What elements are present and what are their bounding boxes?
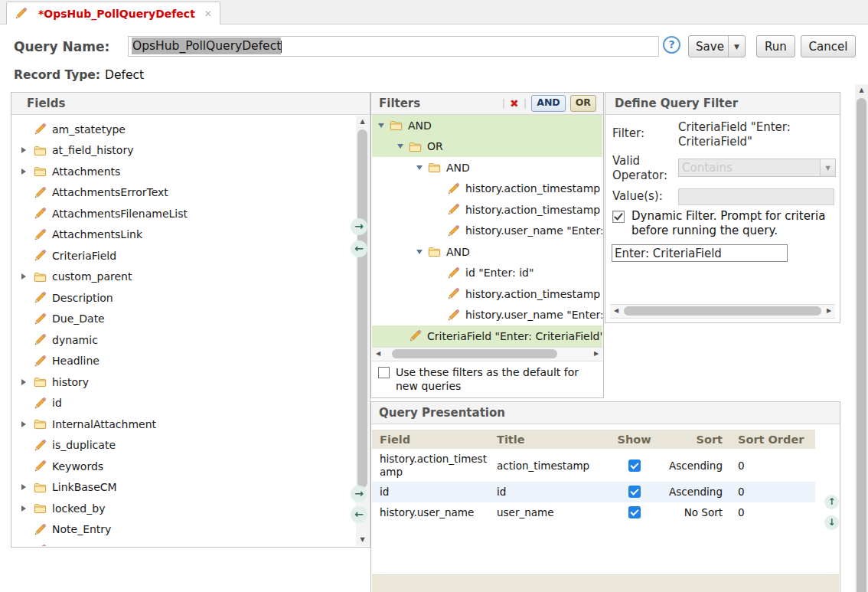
filter-group-node[interactable]: AND [372,115,602,136]
filter-group-node[interactable]: OR [372,136,602,158]
field-item[interactable]: Due_Date [12,309,369,330]
help-icon[interactable]: ? [663,36,680,54]
field-item[interactable]: am_statetype [12,119,369,140]
field-item[interactable]: AttachmentsErrorText [12,182,369,204]
expand-collapsed-icon[interactable] [21,484,34,490]
remove-from-presentation-arrow-button[interactable]: ← [351,506,367,523]
presentation-table-row[interactable]: history.user_nameuser_nameNo Sort0 [372,502,815,523]
presentation-table-row[interactable]: ididAscending0 [372,482,815,502]
define-horizontal-scrollbar[interactable]: ◀ ▶ [610,304,835,319]
default-filters-checkbox[interactable] [378,367,390,378]
fields-scrollbar[interactable]: ▲ ▼ [356,116,369,546]
expand-collapsed-icon[interactable] [21,421,34,427]
expand-collapsed-icon[interactable] [21,168,34,175]
pencil-icon [34,544,47,546]
field-item[interactable]: dynamic [12,329,369,351]
save-button[interactable]: Save ▼ [688,35,746,57]
field-item-label: AttachmentsFilenameList [52,208,188,220]
filters-panel-header: Filters | ✖ | AND OR [371,93,603,115]
field-item[interactable]: at_field_history [12,140,369,162]
field-item[interactable]: id [12,393,369,414]
show-checkbox[interactable] [628,486,641,498]
save-button-label[interactable]: Save [689,40,728,54]
expand-expanded-icon[interactable] [397,144,409,149]
expand-expanded-icon[interactable] [416,250,428,254]
filter-node-label: history.user_name "Enter: h [465,309,602,321]
tab-title: *OpsHub_PollQueryDefect [38,8,195,20]
expand-collapsed-icon[interactable] [21,379,34,385]
values-label: Value(s): [612,189,663,203]
fields-scrollbar-thumb[interactable] [357,129,367,488]
filter-condition-node[interactable]: history.action_timestamp "E [372,178,602,200]
filter-node-label: AND [446,246,470,258]
expand-expanded-icon[interactable] [416,165,428,170]
field-item[interactable]: Headline [12,351,369,372]
page-scrollbar-thumb[interactable] [857,98,866,592]
prompt-text-input[interactable] [612,244,788,262]
remove-from-filters-arrow-button[interactable]: ← [351,240,367,257]
field-item[interactable]: Note_Entry [12,519,369,541]
move-row-up-button[interactable]: ↑ [824,495,839,509]
filters-hscrollbar-thumb[interactable] [392,349,557,358]
query-name-input[interactable]: OpsHub_PollQueryDefect [128,36,659,57]
field-item-label: AttachmentsErrorText [52,186,168,198]
scroll-left-icon[interactable]: ◀ [372,348,384,359]
page-scrollbar[interactable]: ▲ [855,84,868,592]
default-filters-option[interactable]: Use these filters as the default for new… [378,365,596,393]
move-row-down-button[interactable]: ↓ [824,515,839,530]
filter-node-label: history.user_name "Enter: h [465,224,602,237]
dynamic-filter-checkbox[interactable] [612,211,625,223]
or-button[interactable]: OR [570,95,596,112]
field-item[interactable]: Notes_Log [12,540,369,546]
field-item-label: dynamic [52,334,98,346]
presentation-table-row[interactable]: history.action_timestampaction_timestamp… [372,449,815,482]
run-button[interactable]: Run [756,35,795,57]
field-item[interactable]: is_duplicate [12,435,369,456]
filter-condition-node[interactable]: history.user_name "Enter: h [372,221,602,242]
expand-expanded-icon[interactable] [378,123,390,128]
field-item-label: history [52,376,89,388]
field-item[interactable]: Keywords [12,456,369,477]
delete-filter-icon[interactable]: ✖ [510,93,519,114]
scroll-up-icon[interactable]: ▲ [356,116,369,128]
field-item[interactable]: AttachmentsFilenameList [12,203,369,224]
cell-show [602,460,667,472]
save-dropdown-arrow-icon[interactable]: ▼ [728,36,745,57]
filter-condition-node-selected[interactable]: CriteriaField "Enter: CriteriaField" [372,325,602,347]
filter-condition-node[interactable]: history.user_name "Enter: h [372,305,602,326]
cancel-button[interactable]: Cancel [801,35,856,57]
scroll-down-icon[interactable]: ▼ [356,534,369,546]
expand-collapsed-icon[interactable] [21,273,34,280]
field-item[interactable]: Description [12,287,369,309]
and-button[interactable]: AND [531,95,566,112]
expand-collapsed-icon[interactable] [21,147,34,153]
filter-group-node[interactable]: AND [372,241,602,263]
expand-collapsed-icon[interactable] [21,505,34,512]
show-checkbox[interactable] [628,506,641,518]
tab-close-icon[interactable]: ✕ [204,8,212,19]
scroll-up-icon[interactable]: ▲ [855,84,868,96]
filter-condition-node[interactable]: id "Enter: id" [372,263,602,284]
show-checkbox[interactable] [628,460,641,472]
define-hscrollbar-thumb[interactable] [624,306,821,316]
add-to-filters-arrow-button[interactable]: → [351,218,367,235]
filters-horizontal-scrollbar[interactable]: ◀ ▶ [372,347,602,361]
filter-condition-node[interactable]: history.action_timestamp "E [372,199,602,221]
filter-condition-node[interactable]: history.action_timestamp "E [372,283,602,305]
tab-opshub-pollquerydefect[interactable]: *OpsHub_PollQueryDefect ✕ [6,2,220,25]
field-item[interactable]: history [12,371,369,393]
field-item-label: Keywords [52,460,103,473]
field-item[interactable]: InternalAttachment [12,414,369,435]
field-item[interactable]: Attachments [12,161,369,182]
field-item[interactable]: custom_parent [12,267,369,288]
scroll-right-icon[interactable]: ▶ [590,348,602,359]
scroll-left-icon[interactable]: ◀ [610,305,622,316]
pencil-icon [34,228,47,241]
filter-group-node[interactable]: AND [372,157,602,178]
field-item[interactable]: locked_by [12,498,369,519]
scroll-right-icon[interactable]: ▶ [823,305,835,316]
field-item[interactable]: LinkBaseCM [12,477,369,499]
field-item[interactable]: CriteriaField [12,245,369,267]
add-to-presentation-arrow-button[interactable]: → [351,486,367,502]
field-item[interactable]: AttachmentsLink [12,224,369,246]
